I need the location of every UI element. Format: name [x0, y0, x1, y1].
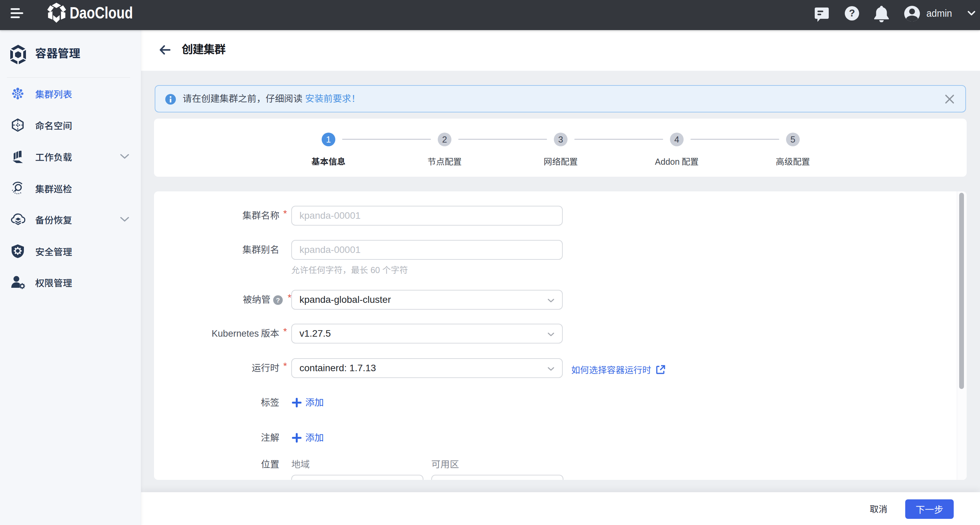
svg-text:?: ?	[276, 297, 280, 304]
svg-text:?: ?	[849, 8, 855, 18]
